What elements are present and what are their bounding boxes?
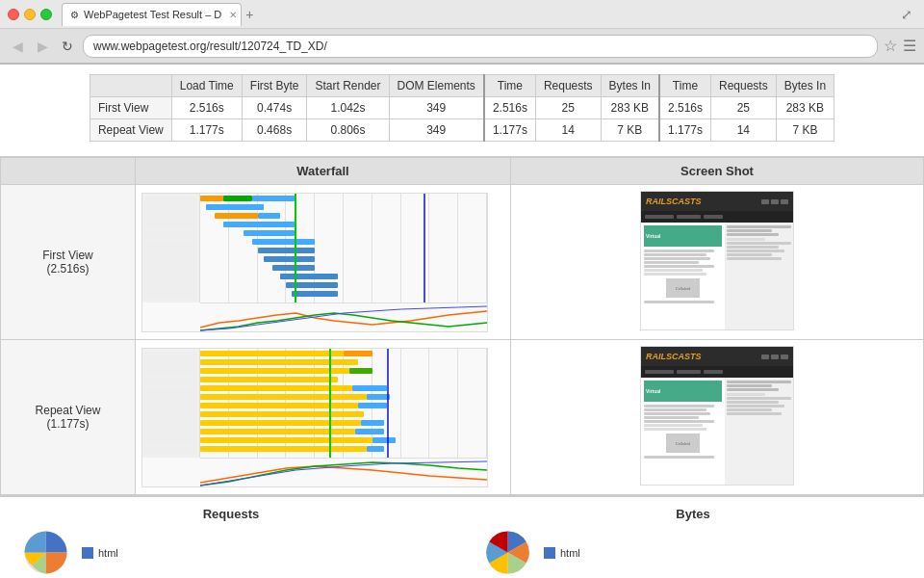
close-button[interactable]	[8, 9, 19, 20]
bytes-legend: html	[544, 547, 580, 559]
waterfall-bars-fv	[200, 194, 487, 302]
waterfall-bars-rv	[200, 349, 487, 458]
bytes-chart-section: Bytes html	[481, 507, 905, 578]
table-row: First View (2.516s)	[1, 185, 924, 340]
waterfall-cell-rv[interactable]	[136, 340, 511, 495]
cell-bytes2-fv: 283 KB	[776, 97, 834, 119]
bytes-pie-chart	[481, 526, 534, 578]
cell-time2-fv: 2.516s	[659, 97, 711, 119]
first-view-label: First View	[7, 249, 129, 262]
cell-time1-fv: 2.516s	[484, 97, 536, 119]
legend-label-html-bytes: html	[560, 547, 580, 559]
cell-req1-rv: 14	[535, 119, 601, 142]
cell-load-time-rv: 1.177s	[171, 119, 242, 142]
railscasts-logo-rv: RAILSCASTS	[646, 352, 702, 361]
requests-pie-svg	[19, 526, 72, 578]
screenshot-header-rv: RAILSCASTS	[641, 347, 793, 366]
address-bar[interactable]: www.webpagetest.org/result/120724_TD_XD/	[83, 35, 878, 58]
tab-title: WebPagetest Test Result – D	[84, 9, 221, 20]
requests-pie-chart	[19, 526, 72, 578]
cell-start-render-rv: 0.806s	[307, 119, 389, 142]
screenshot-cell-rv[interactable]: RAILSCASTS	[511, 340, 924, 495]
cell-time2-rv: 1.177s	[659, 119, 711, 142]
waterfall-chart-rv[interactable]	[141, 348, 488, 487]
bytes-pie-area: html	[481, 526, 905, 578]
requests-chart-section: Requests html	[19, 507, 443, 578]
header-start-render: Start Render	[307, 75, 389, 97]
header-requests-2: Requests	[711, 75, 777, 97]
browser-chrome: ⚙ WebPagetest Test Result – D ✕ + ⤢ ◀ ▶ …	[0, 0, 924, 65]
row-label-repeat-view-results: Repeat View (1.177s)	[1, 340, 136, 495]
waterfall-sparkline-area	[200, 302, 487, 331]
back-button[interactable]: ◀	[8, 37, 27, 56]
cell-req2-rv: 14	[711, 119, 777, 142]
requests-pie-area: html	[19, 526, 443, 578]
cell-time1-rv: 1.177s	[484, 119, 536, 142]
table-row: First View 2.516s 0.474s 1.042s 349 2.51…	[90, 97, 834, 119]
results-header-waterfall: Waterfall	[136, 158, 511, 185]
screenshot-fv[interactable]: RAILSCASTS	[640, 191, 794, 330]
bookmark-button[interactable]: ☆	[884, 37, 897, 55]
waterfall-left-panel-rv	[142, 349, 200, 458]
traffic-lights	[8, 9, 52, 20]
header-bytes-2: Bytes In	[776, 75, 834, 97]
header-first-byte: First Byte	[242, 75, 307, 97]
cell-dom-rv: 349	[389, 119, 484, 142]
row-label-first-view: First View	[90, 97, 171, 119]
menu-button[interactable]: ☰	[903, 37, 916, 55]
header-dom-elements: DOM Elements	[389, 75, 484, 97]
row-label-repeat-view: Repeat View	[90, 119, 171, 142]
cell-first-byte-rv: 0.468s	[242, 119, 307, 142]
cell-bytes2-rv: 7 KB	[776, 119, 834, 142]
legend-color-html	[82, 547, 93, 559]
waterfall-cell-fv[interactable]	[136, 185, 511, 340]
empty-header	[90, 75, 171, 97]
waterfall-chart-fv[interactable]	[141, 193, 488, 332]
bytes-chart-title: Bytes	[481, 507, 905, 521]
window-resize-icon: ⤢	[897, 5, 916, 24]
sparkline-svg-rv	[200, 459, 487, 487]
header-time-2: Time	[659, 75, 711, 97]
header-time-1: Time	[484, 75, 536, 97]
screenshot-header: RAILSCASTS	[641, 192, 793, 211]
cell-load-time-fv: 2.516s	[171, 97, 242, 119]
table-row: Repeat View (1.177s)	[1, 340, 924, 495]
cell-first-byte-fv: 0.474s	[242, 97, 307, 119]
forward-button[interactable]: ▶	[33, 37, 52, 56]
repeat-view-label: Repeat View	[7, 404, 129, 417]
cell-bytes1-rv: 7 KB	[601, 119, 659, 142]
page-content: Load Time First Byte Start Render DOM El…	[0, 65, 924, 578]
summary-table: Load Time First Byte Start Render DOM El…	[90, 74, 834, 142]
tab-icon: ⚙	[70, 10, 79, 20]
maximize-button[interactable]	[40, 9, 52, 20]
waterfall-sparkline-rv	[200, 458, 487, 486]
cell-dom-fv: 349	[389, 97, 484, 119]
table-row: Repeat View 1.177s 0.468s 0.806s 349 1.1…	[90, 119, 834, 142]
reload-button[interactable]: ↻	[58, 37, 77, 56]
screenshot-cell-fv[interactable]: RAILSCASTS	[511, 185, 924, 340]
bottom-charts-section: Requests html	[0, 495, 924, 578]
tab-close-button[interactable]: ✕	[229, 10, 237, 20]
sparkline-svg	[200, 303, 487, 332]
screenshot-rv[interactable]: RAILSCASTS	[640, 346, 794, 486]
header-load-time: Load Time	[171, 75, 242, 97]
results-section: Waterfall Screen Shot First View (2.516s…	[0, 156, 924, 495]
bytes-pie-svg	[481, 526, 534, 578]
url-text: www.webpagetest.org/result/120724_TD_XD/	[93, 39, 327, 53]
railscasts-logo: RAILSCASTS	[646, 197, 702, 206]
requests-legend: html	[82, 547, 118, 559]
cell-req1-fv: 25	[535, 97, 601, 119]
summary-table-wrapper: Load Time First Byte Start Render DOM El…	[0, 65, 924, 151]
minimize-button[interactable]	[24, 9, 36, 20]
cell-req2-fv: 25	[711, 97, 777, 119]
legend-color-html-bytes	[544, 547, 555, 559]
requests-chart-title: Requests	[19, 507, 443, 521]
waterfall-left-panel	[142, 194, 200, 302]
results-header-screenshot: Screen Shot	[511, 158, 924, 185]
new-tab-button[interactable]: +	[245, 7, 253, 22]
header-requests-1: Requests	[535, 75, 601, 97]
repeat-view-time: (1.177s)	[7, 417, 129, 431]
first-view-time: (2.516s)	[7, 262, 129, 276]
active-tab[interactable]: ⚙ WebPagetest Test Result – D ✕	[62, 3, 242, 26]
cell-start-render-fv: 1.042s	[307, 97, 389, 119]
